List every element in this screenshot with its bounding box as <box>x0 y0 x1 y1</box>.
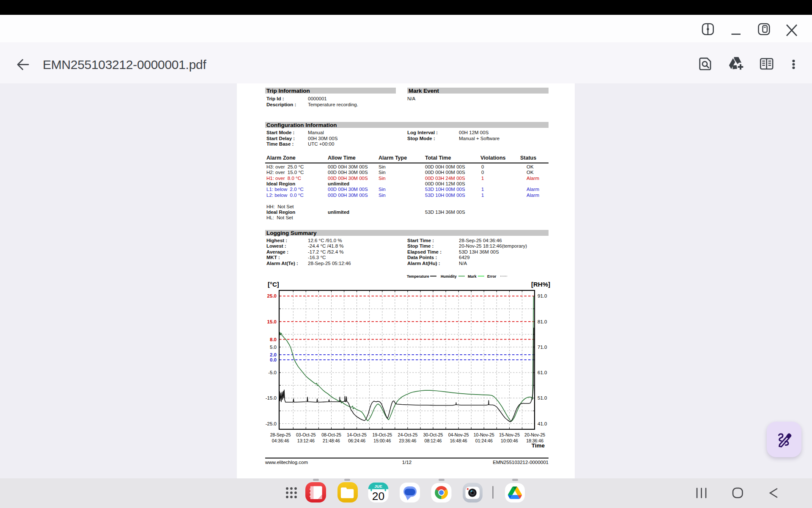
svg-text:15:00:46: 15:00:46 <box>373 438 391 443</box>
svg-text:71.0: 71.0 <box>538 345 547 350</box>
svg-text:20: 20 <box>372 490 384 502</box>
svg-text:01:24:46: 01:24:46 <box>475 438 493 443</box>
svg-text:41.0: 41.0 <box>538 421 547 426</box>
svg-text:Error: Error <box>487 274 497 279</box>
svg-text:2.0: 2.0 <box>270 352 277 357</box>
svg-text:5.0: 5.0 <box>270 345 277 350</box>
svg-text:Time: Time <box>532 442 545 449</box>
svg-text:16:48:46: 16:48:46 <box>450 438 467 443</box>
svg-text:10:00:46: 10:00:46 <box>501 438 518 443</box>
svg-text:15-Nov-25: 15-Nov-25 <box>499 432 520 437</box>
svg-text:91.0: 91.0 <box>538 293 547 298</box>
svg-text:25.0: 25.0 <box>267 293 277 298</box>
svg-text:81.0: 81.0 <box>538 319 547 324</box>
svg-text:[°C]: [°C] <box>268 281 279 288</box>
svg-text:30-Oct-25: 30-Oct-25 <box>423 432 443 437</box>
svg-text:21:48:46: 21:48:46 <box>323 438 340 443</box>
svg-text:04-Nov-25: 04-Nov-25 <box>448 432 469 437</box>
svg-text:JUE: JUE <box>374 484 382 489</box>
svg-text:[RH%]: [RH%] <box>531 281 550 288</box>
svg-text:24-Oct-25: 24-Oct-25 <box>398 432 418 437</box>
svg-text:03-Oct-25: 03-Oct-25 <box>296 432 316 437</box>
svg-text:15.0: 15.0 <box>267 319 277 324</box>
svg-text:0.0: 0.0 <box>270 357 277 362</box>
svg-text:08-Oct-25: 08-Oct-25 <box>321 432 341 437</box>
svg-text:04:36:46: 04:36:46 <box>272 438 289 443</box>
svg-text:61.0: 61.0 <box>538 370 547 375</box>
svg-text:1/12: 1/12 <box>402 460 411 465</box>
svg-text:51.0: 51.0 <box>538 395 547 400</box>
svg-text:10-Nov-25: 10-Nov-25 <box>474 432 494 437</box>
svg-text:28-Sep-25: 28-Sep-25 <box>270 432 291 437</box>
svg-text:-25.0: -25.0 <box>266 421 277 426</box>
svg-text:19-Oct-25: 19-Oct-25 <box>372 432 392 437</box>
svg-text:Temperature: Temperature <box>407 274 429 279</box>
svg-text:06:24:46: 06:24:46 <box>348 438 365 443</box>
svg-text:13:12:46: 13:12:46 <box>297 438 315 443</box>
svg-text:-5.0: -5.0 <box>268 370 277 375</box>
svg-text:14-Oct-25: 14-Oct-25 <box>347 432 367 437</box>
svg-text:-15.0: -15.0 <box>266 395 277 400</box>
svg-text:20-Nov-25: 20-Nov-25 <box>524 432 545 437</box>
svg-text:23:36:46: 23:36:46 <box>399 438 416 443</box>
svg-text:www.elitechlog.com: www.elitechlog.com <box>265 460 308 465</box>
svg-text:Mark: Mark <box>468 274 477 279</box>
svg-text:EMN255103212-0000001: EMN255103212-0000001 <box>493 460 549 465</box>
svg-text:8.0: 8.0 <box>270 337 277 342</box>
svg-text:08:12:46: 08:12:46 <box>425 438 442 443</box>
svg-text:Humidity: Humidity <box>441 274 457 279</box>
